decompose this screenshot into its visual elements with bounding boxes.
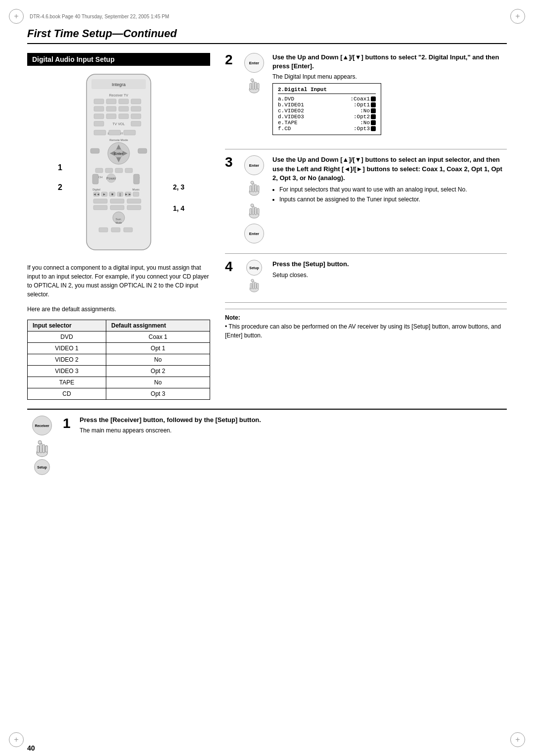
svg-rect-57 xyxy=(110,199,124,203)
svg-rect-77 xyxy=(250,186,252,192)
svg-rect-5 xyxy=(106,99,116,104)
svg-rect-11 xyxy=(131,106,141,111)
setup-icon-step4: Setup xyxy=(246,260,262,276)
table-col1-header: Input selector xyxy=(28,320,106,331)
step-3-content: Use the Up and Down [▲]/[▼] buttons to s… xyxy=(272,155,507,205)
osd-value: :No xyxy=(360,120,376,126)
svg-rect-76 xyxy=(255,185,257,192)
step-3-number: 3 xyxy=(225,155,236,169)
step-2-number: 2 xyxy=(225,53,236,67)
osd-option-icon xyxy=(371,120,376,125)
svg-text:◄◄: ◄◄ xyxy=(93,192,100,196)
svg-text:►►: ►► xyxy=(125,192,132,196)
page-content: First Time Setup—Continued Digital Audio… xyxy=(27,27,507,729)
svg-point-91 xyxy=(251,280,254,282)
svg-rect-75 xyxy=(252,183,254,192)
osd-label: a.DVD xyxy=(278,96,294,102)
svg-rect-7 xyxy=(131,99,141,104)
remote-label-2-3: 2, 3 xyxy=(173,183,184,191)
step-2-subtitle: The Digital Input menu appears. xyxy=(272,73,507,80)
osd-option-icon xyxy=(371,96,376,101)
corner-mark-br xyxy=(510,732,525,747)
table-col2-header: Default assignment xyxy=(106,320,210,331)
svg-text:■: ■ xyxy=(111,192,113,196)
step-4-icons: Setup xyxy=(242,260,267,292)
table-row: VIDEO 2No xyxy=(28,354,210,366)
note-text: This procedure can also be performed on … xyxy=(225,323,501,339)
file-info: DTR-4.6.book Page 40 Thursday, September… xyxy=(30,14,169,19)
step-1-number: 1 xyxy=(63,416,74,431)
step-4-title: Press the [Setup] button. xyxy=(272,260,507,269)
svg-rect-84 xyxy=(257,208,259,214)
svg-rect-67 xyxy=(124,228,133,232)
svg-rect-72 xyxy=(257,83,259,89)
table-cell-assignment: Opt 1 xyxy=(106,343,210,354)
table-cell-assignment: No xyxy=(106,377,210,388)
table-cell-assignment: Opt 3 xyxy=(106,388,210,400)
svg-rect-81 xyxy=(252,206,254,215)
svg-rect-61 xyxy=(127,205,141,210)
bottom-step-1-icons: Receiver Setup xyxy=(27,416,57,475)
table-cell-selector: VIDEO 3 xyxy=(28,366,106,377)
osd-title: 2.Digital Input xyxy=(278,87,376,94)
svg-text:Surr.: Surr. xyxy=(116,218,122,221)
svg-rect-12 xyxy=(94,114,104,119)
table-cell-selector: CD xyxy=(28,388,106,400)
table-row: CDOpt 3 xyxy=(28,388,210,400)
svg-rect-88 xyxy=(255,283,257,289)
note-label: Note: xyxy=(225,314,240,321)
svg-rect-60 xyxy=(110,205,124,210)
corner-mark-tr xyxy=(510,9,525,24)
hand-icon-step2 xyxy=(245,76,263,94)
svg-rect-90 xyxy=(257,284,259,289)
svg-text:CH: CH xyxy=(98,176,103,179)
svg-rect-78 xyxy=(257,186,259,191)
svg-point-97 xyxy=(38,441,42,444)
svg-text:Remote Mode: Remote Mode xyxy=(109,139,128,142)
svg-rect-82 xyxy=(255,207,257,215)
svg-rect-35 xyxy=(115,168,123,173)
osd-menu-step2: 2.Digital Input a.DVD:Coax1b.VIDEO1:Opt1… xyxy=(272,83,381,135)
svg-rect-55 xyxy=(133,192,139,196)
svg-rect-8 xyxy=(94,106,104,111)
svg-rect-71 xyxy=(250,83,252,90)
osd-label: c.VIDEO2 xyxy=(278,108,304,114)
svg-point-85 xyxy=(251,204,254,207)
svg-rect-15 xyxy=(131,114,141,119)
divider-3-4 xyxy=(225,253,507,254)
osd-label: d.VIDEO3 xyxy=(278,114,304,120)
osd-value: :Opt2 xyxy=(354,114,376,120)
main-columns: Digital Audio Input Setup 1 2 2, 3 1, 4 … xyxy=(27,53,507,400)
svg-rect-87 xyxy=(252,281,254,289)
step-3-icons: Enter xyxy=(242,155,267,243)
step-3-bullet1: For input selectors that you want to use… xyxy=(279,185,507,194)
bottom-step-1-block: Receiver Setup 1 Press the [Receiver] bu… xyxy=(27,409,507,475)
osd-row: c.VIDEO2:No xyxy=(278,108,376,114)
svg-point-79 xyxy=(251,181,254,184)
osd-option-icon xyxy=(371,102,376,107)
svg-rect-20 xyxy=(94,130,106,135)
enter-icon-step3: Enter xyxy=(244,155,264,175)
osd-label: b.VIDEO1 xyxy=(278,102,304,108)
osd-value: :Opt1 xyxy=(354,102,376,108)
remote-label-1-4: 1, 4 xyxy=(173,204,184,212)
svg-rect-34 xyxy=(105,168,113,173)
remote-control-image: Integra Receiver TV xyxy=(72,72,166,255)
note-block: Note: • This procedure can also be perfo… xyxy=(225,309,507,340)
svg-text:Enter: Enter xyxy=(114,152,123,155)
remote-label-1: 1 xyxy=(58,163,62,172)
svg-rect-58 xyxy=(127,199,141,203)
step-3-block: 3 Enter xyxy=(225,155,507,243)
corner-mark-bl xyxy=(9,732,24,747)
step-4-content: Press the [Setup] button. Setup closes. xyxy=(272,260,507,281)
svg-rect-36 xyxy=(125,168,133,173)
table-cell-selector: DVD xyxy=(28,331,106,343)
page-title-main: First Time Setup xyxy=(27,27,112,40)
divider-2-3 xyxy=(225,149,507,149)
remote-label-2: 2 xyxy=(58,183,62,192)
table-row: VIDEO 3Opt 2 xyxy=(28,366,210,377)
svg-rect-31 xyxy=(90,148,99,153)
receiver-icon: Receiver xyxy=(32,416,52,435)
setup-icon-bottom: Setup xyxy=(34,459,50,475)
osd-value: :No xyxy=(360,108,376,114)
